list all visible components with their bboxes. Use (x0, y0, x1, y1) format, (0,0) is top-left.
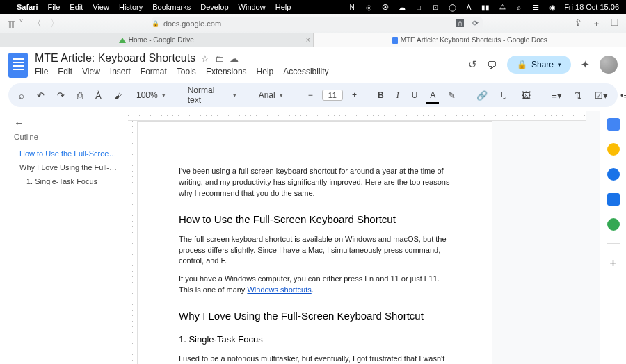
status-icon[interactable]: ⦿ (380, 2, 390, 12)
bulleted-list-icon[interactable]: •≡▾ (617, 88, 626, 103)
line-spacing-icon[interactable]: ⇅ (571, 88, 586, 103)
menu-insert[interactable]: Insert (110, 67, 131, 76)
paragraph-style-select[interactable]: Normal text ▾ (184, 84, 241, 106)
status-icon[interactable]: ◎ (364, 2, 374, 12)
spellcheck-icon[interactable]: Ả (92, 88, 105, 103)
tasks-icon[interactable] (607, 168, 620, 181)
search-menus-icon[interactable]: ⌕ (15, 88, 28, 103)
status-icon[interactable]: ☁ (397, 2, 407, 12)
browser-tab[interactable]: Home - Google Drive × (0, 33, 314, 47)
menu-edit[interactable]: Edit (58, 67, 72, 76)
menubar-bookmarks[interactable]: Bookmarks (152, 3, 191, 11)
menubar-app[interactable]: Safari (17, 3, 38, 11)
zoom-select[interactable]: 100% ▾ (132, 89, 170, 101)
docs-logo-icon[interactable] (8, 53, 28, 78)
menubar-window[interactable]: Window (239, 3, 266, 11)
decrease-font-icon[interactable]: − (305, 88, 316, 102)
gemini-icon[interactable]: ✦ (581, 58, 590, 71)
document-page[interactable]: I've been using a full-screen keyboard s… (138, 121, 492, 364)
menubar-edit[interactable]: Edit (70, 3, 83, 11)
document-title[interactable]: MTE Article: Keyboard Shortcuts (35, 52, 195, 65)
cloud-status-icon[interactable]: ☁ (230, 53, 239, 64)
outline-back-icon[interactable]: ← (14, 117, 124, 129)
url-bar[interactable]: 🔒 docs.google.com 🅰 ⟳ (152, 17, 483, 31)
menu-extensions[interactable]: Extensions (206, 67, 247, 76)
battery-icon[interactable]: ▮▮ (481, 2, 490, 12)
control-center-icon[interactable]: ☰ (531, 2, 540, 12)
checklist-icon[interactable]: ☑▾ (591, 88, 611, 103)
menubar-view[interactable]: View (93, 3, 109, 11)
insert-link-icon[interactable]: 🔗 (473, 88, 491, 103)
comments-icon[interactable]: 🗩 (487, 59, 497, 71)
wifi-icon[interactable]: ⧋ (497, 2, 507, 12)
link[interactable]: Windows shortcuts (247, 286, 311, 294)
forward-button[interactable]: 〉 (50, 17, 60, 30)
underline-button[interactable]: U (408, 88, 422, 102)
paragraph[interactable]: I used to be a notorious multitasker, bu… (179, 354, 451, 364)
translate-icon[interactable]: 🅰 (456, 19, 464, 28)
paragraph[interactable]: I've been using a full-screen keyboard s… (179, 166, 451, 199)
italic-button[interactable]: I (393, 88, 403, 103)
menubar-history[interactable]: History (119, 3, 143, 11)
text[interactable]: . (312, 286, 314, 294)
paint-format-icon[interactable]: 🖌 (111, 88, 127, 103)
menubar-clock[interactable]: Fri 18 Oct 15.06 (564, 3, 619, 11)
browser-tab[interactable]: MTE Article: Keyboard Shortcuts - Google… (314, 33, 627, 47)
menubar-help[interactable]: Help (275, 3, 291, 11)
account-avatar[interactable] (600, 56, 618, 74)
add-comment-icon[interactable]: 🗩 (497, 88, 513, 103)
menu-view[interactable]: View (82, 67, 100, 76)
search-icon[interactable]: ⌕ (514, 2, 524, 12)
siri-icon[interactable]: ◉ (547, 2, 557, 12)
redo-icon[interactable]: ↷ (54, 88, 68, 103)
keep-icon[interactable] (607, 143, 620, 156)
history-icon[interactable]: ↺ (468, 58, 477, 71)
highlight-button[interactable]: ✎ (444, 88, 459, 103)
subheading[interactable]: 1. Single-Task Focus (179, 333, 451, 347)
contacts-icon[interactable] (607, 193, 620, 206)
sidebar-toggle-icon[interactable]: ▥ ˅ (7, 18, 24, 29)
horizontal-ruler[interactable] (128, 111, 586, 121)
outline-item[interactable]: 1. Single-Task Focus (10, 174, 124, 188)
heading[interactable]: Why I Love Using the Full-Screen Keyboar… (179, 308, 451, 324)
print-icon[interactable]: ⎙ (74, 88, 86, 103)
share-button[interactable]: 🔒 Share ▾ (507, 56, 571, 74)
menu-help[interactable]: Help (257, 67, 274, 76)
text-color-button[interactable]: A (426, 88, 439, 102)
heading[interactable]: How to Use the Full-Screen Keyboard Shor… (179, 212, 451, 227)
undo-icon[interactable]: ↶ (33, 88, 48, 103)
paragraph[interactable]: If you have a Windows computer, you can … (179, 274, 451, 296)
menu-file[interactable]: File (35, 67, 48, 76)
close-tab-icon[interactable]: × (306, 36, 310, 44)
share-icon[interactable]: ⇪ (575, 17, 582, 30)
bold-button[interactable]: B (374, 88, 387, 102)
menu-format[interactable]: Format (141, 67, 167, 76)
outline-item[interactable]: How to Use the Full-Screen Keyb… (10, 147, 124, 160)
menubar-develop[interactable]: Develop (200, 3, 228, 11)
vertical-ruler[interactable] (128, 121, 138, 364)
maps-icon[interactable] (607, 218, 620, 231)
font-size-input[interactable]: 11 (322, 90, 343, 101)
paragraph[interactable]: The full-screen keyboard shortcut is ava… (179, 234, 451, 267)
tabs-icon[interactable]: ❐ (611, 17, 619, 30)
star-icon[interactable]: ☆ (201, 53, 209, 64)
menu-tools[interactable]: Tools (177, 67, 196, 76)
menu-accessibility[interactable]: Accessibility (283, 67, 328, 76)
status-icon[interactable]: ⊡ (431, 2, 440, 12)
insert-image-icon[interactable]: 🖼 (518, 88, 534, 103)
status-icon[interactable]: □ (414, 2, 424, 12)
increase-font-icon[interactable]: + (348, 88, 360, 102)
align-icon[interactable]: ≡▾ (548, 88, 565, 103)
menubar-file[interactable]: File (48, 3, 61, 11)
status-icon[interactable]: A (464, 2, 474, 12)
add-addon-icon[interactable]: + (609, 256, 617, 271)
refresh-icon[interactable]: ⟳ (472, 19, 479, 28)
font-select[interactable]: Arial ▾ (255, 89, 291, 101)
move-icon[interactable]: 🗀 (215, 53, 224, 64)
calendar-icon[interactable] (607, 118, 620, 131)
status-icon[interactable]: N (347, 2, 357, 12)
outline-item[interactable]: Why I Love Using the Full-Screen… (10, 160, 124, 174)
new-tab-icon[interactable]: ＋ (592, 17, 601, 30)
back-button[interactable]: 〈 (32, 17, 42, 30)
status-icon[interactable]: ◯ (447, 2, 457, 12)
